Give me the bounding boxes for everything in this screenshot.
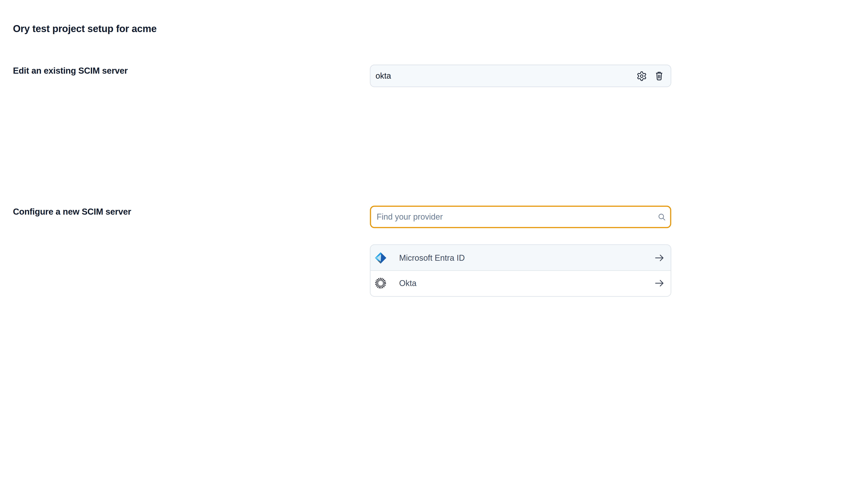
- provider-row-okta[interactable]: Okta: [370, 270, 671, 296]
- provider-list: Microsoft Entra ID Okta: [370, 245, 671, 296]
- microsoft-entra-id-logo: [374, 252, 387, 264]
- page-title: Ory test project setup for acme: [13, 23, 157, 35]
- existing-server-row[interactable]: okta: [370, 65, 671, 87]
- provider-search-input[interactable]: [370, 205, 671, 228]
- gear-icon: [636, 70, 647, 81]
- configure-scim-heading: Configure a new SCIM server: [13, 207, 131, 217]
- delete-server-button[interactable]: [653, 70, 664, 82]
- edit-scim-heading: Edit an existing SCIM server: [13, 66, 128, 76]
- server-name: okta: [375, 71, 636, 80]
- arrow-right-icon: [653, 277, 666, 290]
- provider-label: Okta: [399, 279, 653, 288]
- arrow-right-icon: [653, 252, 666, 264]
- okta-logo: [374, 277, 387, 290]
- configure-server-button[interactable]: [636, 70, 647, 82]
- scim-setup-page: Ory test project setup for acme Edit an …: [0, 0, 868, 488]
- provider-row-microsoft-entra-id[interactable]: Microsoft Entra ID: [370, 245, 671, 270]
- provider-label: Microsoft Entra ID: [399, 253, 653, 262]
- trash-icon: [653, 70, 664, 81]
- provider-search: [370, 205, 671, 228]
